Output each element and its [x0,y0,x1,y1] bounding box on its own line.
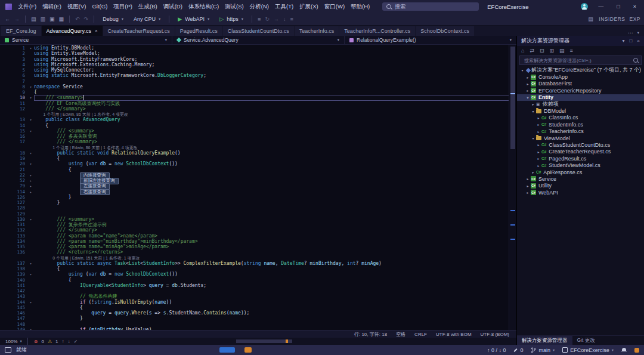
breadcrumb-type-dropdown[interactable]: Service.AdvancedQuery ▾ [172,36,345,44]
menu-item[interactable]: 项目(P) [110,2,135,12]
breakpoint-margin[interactable] [0,145,7,150]
codelens-text[interactable]: 1 个引用 | Edwin, 86 天前 | 1 名作者, 4 项更改 [34,145,138,150]
global-search-box[interactable]: 搜索 [382,2,479,11]
tree-expand-icon[interactable]: ▸ [535,163,541,168]
menu-item[interactable]: 视图(V) [64,2,89,12]
save-icon[interactable]: ▣ [48,16,56,22]
navigate-forward-icon[interactable]: → [13,16,21,22]
code-line[interactable]: 18▾ public static void RelationalQueryEx… [0,150,509,156]
breakpoint-margin[interactable] [0,244,7,249]
menu-item[interactable]: 体系结构(C) [185,2,222,12]
menu-item[interactable]: 测试(S) [222,2,247,12]
fold-indicator[interactable]: ▾ [27,271,34,277]
breakpoint-margin[interactable] [0,156,7,161]
code-line[interactable]: 129 [0,211,509,217]
breakpoint-margin[interactable] [0,200,7,205]
fold-indicator[interactable]: ▾ [27,128,34,134]
editor-tab[interactable]: EF_Core.log [1,26,41,36]
code-line[interactable]: 142 [0,288,509,294]
start-without-debug-button[interactable]: ▷ https ▾ [215,16,247,23]
git-sync-status[interactable]: ↑ 0 / ↓ 0 [487,347,506,353]
list-icon[interactable]: ▤ [559,48,565,54]
breakpoint-margin[interactable] [0,106,7,112]
tree-item[interactable]: ▾解决方案"EFCoreExercise" (7 个项目, 共 7 个) [517,67,644,73]
breakpoint-margin[interactable] [0,305,7,310]
panel-chevron-icon[interactable]: ▾ [622,38,624,44]
configuration-dropdown[interactable]: Debug ▾ [98,16,128,23]
tool-window-tab[interactable]: 解决方案资源管理器 [517,336,572,345]
breakpoint-margin[interactable] [0,322,7,327]
start-debug-button[interactable]: ▶ WebAPI ▾ [174,16,213,23]
fold-indicator[interactable]: ▾ [27,217,34,222]
vertical-scrollbar-thumb[interactable] [510,47,515,149]
menu-item[interactable]: 编辑(E) [39,2,64,12]
solution-search-input[interactable] [523,57,630,64]
code-line[interactable]: 131 /// 复杂条件过滤示例 [0,222,509,227]
breadcrumb-member-dropdown[interactable]: RelationalQueryExample() ▾ [345,36,516,44]
fold-indicator[interactable]: ▾ [27,150,34,156]
code-line[interactable]: 8▾namespace Service [0,84,509,89]
breakpoint-margin[interactable] [0,261,7,266]
code-line[interactable]: 15▾ /// <summary> [0,128,509,134]
tree-expand-icon[interactable]: ▸ [535,143,541,147]
tree-item[interactable]: ▸C#Service [517,175,644,182]
codelens-row[interactable]: 0 个引用 | Edwin, 151 天前 | 1 名作者, 1 项更改 [0,255,509,261]
fold-indicator[interactable]: ▸ [27,172,34,178]
breakpoint-margin[interactable] [0,62,7,67]
code-line[interactable]: 133 /// <param name="name">name</param> [0,233,509,239]
tree-item[interactable]: ▾C#Entity [517,94,644,101]
breakpoint-margin[interactable] [0,227,7,233]
code-line[interactable]: 128 [0,205,509,211]
horizontal-scrollbar-thumb[interactable] [236,339,292,343]
editor-tab[interactable]: PagedResult.cs [175,26,222,36]
code-line[interactable]: 144▾ if (!string.IsNullOrEmpty(name)) [0,300,509,305]
tab-close-icon[interactable]: × [95,28,98,33]
menu-item[interactable]: 帮助(H) [348,2,373,12]
save-all-icon[interactable]: ▦ [58,16,66,22]
code-line[interactable]: 135 /// <param name="minAge">minAge</par… [0,244,509,249]
editor-tab[interactable]: SchoolDbContext.cs [416,26,474,36]
code-line[interactable]: 126 } [0,195,509,200]
collapsed-region-row[interactable]: 52▸ 新旧左连接查询 [0,178,509,183]
account-icon[interactable] [581,3,588,10]
code-line[interactable]: 148 [0,322,509,327]
tree-item[interactable]: ▸C#ClassInfo.cs [517,115,644,121]
fold-indicator[interactable]: ▾ [27,300,34,305]
code-line[interactable]: 20▾ using (var db = new SchoolDbContext(… [0,161,509,166]
code-line[interactable]: 13▾ public class AdvancedQuery [0,117,509,122]
stop-debug-icon[interactable]: ■ [256,16,262,22]
fold-indicator[interactable]: ▾ [27,327,34,330]
breakpoint-margin[interactable] [0,233,7,239]
code-area[interactable]: 1▾using Entity.DBModel;2using Entity.Vie… [0,45,516,330]
code-line[interactable]: 127 } [0,200,509,205]
close-button[interactable]: × [630,4,639,10]
tree-item[interactable]: ▸C#ConsoleApp [517,73,644,80]
breakpoint-margin[interactable] [0,139,7,144]
breakpoint-margin[interactable] [0,205,7,211]
tree-expand-icon[interactable]: ▸ [525,184,531,188]
redo-icon[interactable]: ↷ [83,16,90,22]
breakpoint-margin[interactable] [0,255,7,261]
tree-item[interactable]: ▸C#StudentInfo.cs [517,121,644,128]
code-line[interactable]: 4using Microsoft.Extensions.Caching.Memo… [0,62,509,67]
doc-status-item[interactable]: CRLF [414,332,427,337]
codelens-row[interactable]: 1 个引用 | Edwin, 86 天前 | 1 名作者, 4 项更改 [0,112,509,117]
breakpoint-margin[interactable] [0,327,7,330]
breakpoint-margin[interactable] [0,117,7,122]
breakpoint-margin[interactable] [0,89,7,95]
tree-item[interactable]: ▸C#DatabaseFirst [517,81,644,87]
code-line[interactable]: 10▾ /// <summary> [0,95,509,100]
editor-tab[interactable]: ClassStudentCountDto.cs [223,26,294,36]
breakpoint-margin[interactable] [0,283,7,288]
collapsed-region-row[interactable]: 22▸ 内连接查询 [0,172,509,178]
code-line[interactable]: 21 { [0,167,509,172]
breakpoint-margin[interactable] [0,316,7,321]
tree-item[interactable]: ▸C#StudentViewModel.cs [517,162,644,168]
breakpoint-margin[interactable] [0,112,7,117]
menu-item[interactable]: 文件(F) [15,2,39,12]
code-line[interactable]: 12 /// </summary> [0,106,509,112]
fold-indicator[interactable]: ▾ [27,84,34,89]
error-count-icon[interactable]: ⊗ [34,339,38,344]
tree-item[interactable]: ▸C#Utility [517,183,644,189]
editor-tab[interactable]: TeacherInfo.cs [295,26,339,36]
